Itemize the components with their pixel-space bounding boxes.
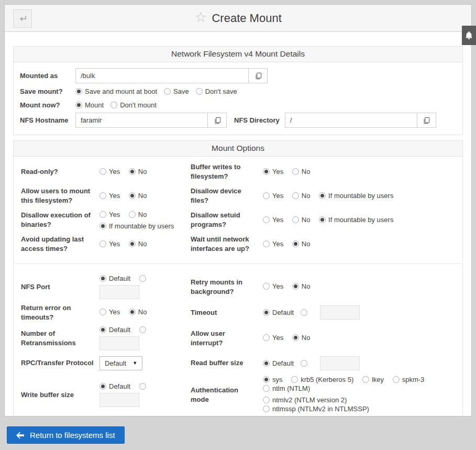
- options-row-3: Disallow execution of binaries? Yes No I…: [15, 208, 461, 232]
- nfs-port-input[interactable]: [99, 285, 139, 299]
- retrans-input[interactable]: [99, 336, 139, 350]
- radio-write-buffer-custom[interactable]: [139, 383, 149, 390]
- options-divider: [15, 264, 461, 264]
- options-row-8: RPC/Transfer Protocol Default ▼ Read buf…: [15, 353, 461, 374]
- radio-wait-network-no[interactable]: No: [292, 240, 311, 248]
- disallow-exec-label: Disallow execution of binaries?: [20, 208, 99, 231]
- radio-icon: [129, 309, 136, 315]
- radio-auth-krb5[interactable]: krb5 (Kerberos 5): [291, 376, 353, 383]
- radio-icon: [129, 211, 136, 218]
- radio-save[interactable]: Save: [164, 87, 189, 95]
- row-nfs-host-dir: NFS Hostname NFS Directory: [20, 113, 456, 128]
- rpc-protocol-select[interactable]: Default ▼: [99, 356, 142, 370]
- radio-user-interrupt-yes[interactable]: Yes: [263, 334, 283, 342]
- read-buffer-input[interactable]: [320, 356, 360, 370]
- radio-timeout-custom[interactable]: [301, 309, 310, 316]
- radio-disallow-exec-yes[interactable]: Yes: [99, 211, 120, 218]
- radio-auth-spkm3[interactable]: spkm-3: [393, 376, 425, 383]
- radio-icon: [139, 326, 146, 333]
- radio-allow-users-no[interactable]: No: [129, 192, 147, 200]
- radio-dont-mount[interactable]: Don't mount: [110, 101, 157, 109]
- radio-disallow-exec-if-mountable[interactable]: If mountable by users: [99, 222, 174, 230]
- mounted-as-input[interactable]: [75, 68, 248, 83]
- radio-buffer-writes-no[interactable]: No: [292, 168, 311, 175]
- radio-icon: [263, 385, 270, 392]
- radio-auth-ntmlv2[interactable]: ntmlv2 (NTLM version 2): [263, 396, 347, 404]
- radio-wait-network-yes[interactable]: Yes: [263, 240, 283, 248]
- radio-read-buffer-custom[interactable]: [301, 360, 310, 367]
- nfs-directory-chooser-button[interactable]: [417, 113, 436, 128]
- radio-icon: [263, 397, 270, 403]
- section-mount-options-title: Mount Options: [14, 141, 462, 157]
- radio-read-only-no[interactable]: No: [129, 168, 147, 175]
- nfs-hostname-label: NFS Hostname: [20, 116, 75, 124]
- nfs-hostname-chooser-button[interactable]: [207, 113, 227, 128]
- radio-auth-ntlmssp[interactable]: ntlmssp (NTLMv2 in NTLMSSP): [263, 405, 369, 413]
- radio-icon: [319, 216, 326, 223]
- radio-read-buffer-default[interactable]: Default: [263, 359, 294, 367]
- radio-icon: [301, 360, 307, 367]
- radio-icon: [292, 240, 299, 247]
- radio-write-buffer-default[interactable]: Default: [99, 382, 130, 390]
- radio-disallow-device-if-mountable[interactable]: If mountable by users: [319, 192, 393, 200]
- radio-disallow-device-no[interactable]: No: [292, 192, 311, 200]
- radio-avoid-atime-yes[interactable]: Yes: [99, 240, 120, 248]
- radio-icon: [75, 88, 82, 95]
- radio-icon: [164, 88, 171, 95]
- radio-mount[interactable]: Mount: [75, 101, 104, 109]
- radio-icon: [75, 102, 82, 108]
- mounted-as-label: Mounted as: [20, 72, 75, 80]
- favorite-star-icon[interactable]: ☆: [194, 10, 207, 25]
- page-title: ☆ Create Mount: [5, 5, 471, 32]
- radio-icon: [99, 275, 106, 282]
- nfs-port-label: NFS Port: [20, 280, 99, 294]
- radio-retry-bg-yes[interactable]: Yes: [263, 282, 283, 290]
- radio-disallow-setuid-if-mountable[interactable]: If mountable by users: [319, 216, 393, 224]
- radio-retry-bg-no[interactable]: No: [292, 282, 311, 290]
- mounted-as-chooser-button[interactable]: [248, 68, 268, 83]
- radio-user-interrupt-no[interactable]: No: [292, 334, 311, 342]
- radio-save-and-mount-at-boot[interactable]: Save and mount at boot: [75, 87, 157, 95]
- radio-disallow-exec-no[interactable]: No: [129, 211, 147, 218]
- radio-return-error-yes[interactable]: Yes: [99, 308, 120, 316]
- radio-retrans-custom[interactable]: [139, 326, 149, 333]
- options-row-9: Write buffer size Default Authentication…: [15, 374, 461, 416]
- user-interrupt-label: Allow user interrupt?: [190, 327, 263, 349]
- radio-dont-save[interactable]: Don't save: [196, 87, 237, 95]
- options-row-7: Number of Retransmissions Default Allow …: [15, 324, 461, 353]
- radio-nfs-port-custom[interactable]: [139, 275, 149, 282]
- write-buffer-input[interactable]: [99, 393, 139, 407]
- nfs-hostname-input[interactable]: [75, 113, 207, 128]
- radio-buffer-writes-yes[interactable]: Yes: [263, 168, 283, 175]
- section-mount-options: Mount Options Read-only? Yes No Buffer w…: [13, 140, 463, 416]
- radio-disallow-setuid-yes[interactable]: Yes: [263, 216, 283, 224]
- nfs-directory-input[interactable]: [285, 113, 417, 128]
- radio-icon: [319, 192, 326, 199]
- radio-icon: [263, 168, 270, 175]
- radio-icon: [99, 383, 106, 390]
- radio-icon: [292, 216, 299, 223]
- allow-users-label: Allow users to mount this filesystem?: [20, 184, 99, 207]
- mount-now-label: Mount now?: [20, 101, 75, 109]
- radio-auth-sys[interactable]: sys: [263, 376, 283, 383]
- return-to-filesystems-button[interactable]: Return to filesystems list: [7, 426, 125, 444]
- bell-icon: [465, 31, 473, 40]
- timeout-input[interactable]: [320, 305, 360, 320]
- radio-icon: [291, 376, 298, 383]
- radio-return-error-no[interactable]: No: [129, 308, 147, 316]
- options-row-5: NFS Port Default Retry mounts in backgro…: [15, 272, 461, 301]
- radio-nfs-port-default[interactable]: Default: [99, 275, 130, 282]
- radio-auth-ntlm[interactable]: ntlm (NTLM): [263, 385, 310, 392]
- radio-disallow-setuid-no[interactable]: No: [292, 216, 311, 224]
- radio-icon: [393, 376, 400, 383]
- notifications-bell-button[interactable]: [462, 26, 476, 45]
- radio-disallow-device-yes[interactable]: Yes: [263, 192, 283, 200]
- write-buffer-label: Write buffer size: [20, 388, 99, 402]
- radio-read-only-yes[interactable]: Yes: [99, 168, 120, 175]
- radio-timeout-default[interactable]: Default: [263, 309, 294, 316]
- radio-icon: [99, 192, 106, 199]
- radio-avoid-atime-no[interactable]: No: [129, 240, 147, 248]
- radio-allow-users-yes[interactable]: Yes: [99, 192, 120, 200]
- radio-auth-lkey[interactable]: lkey: [362, 376, 384, 383]
- radio-retrans-default[interactable]: Default: [99, 326, 130, 334]
